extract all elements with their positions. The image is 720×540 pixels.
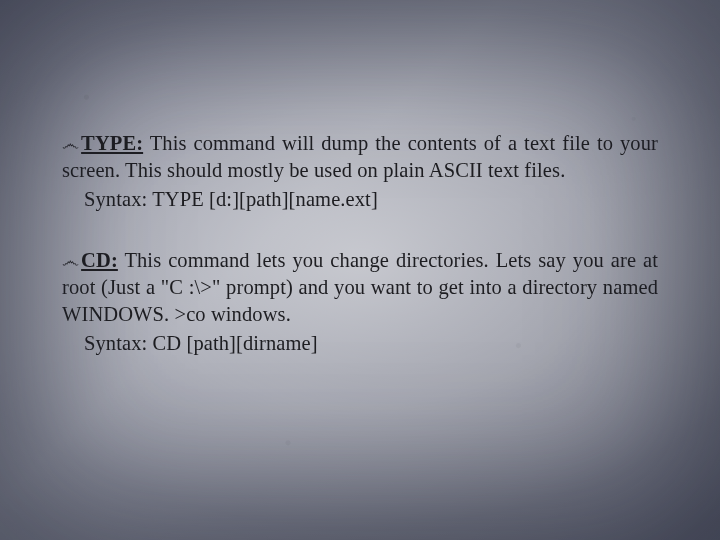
command-name: CD: [81, 249, 118, 271]
command-description: This command will dump the contents of a… [62, 132, 658, 181]
bullet-icon: ෴ [62, 250, 79, 274]
command-description: This command lets you change directories… [62, 249, 658, 325]
slide-body: ෴TYPE: This command will dump the conten… [0, 0, 720, 540]
command-syntax: Syntax: TYPE [d:][path][name.ext] [62, 186, 658, 213]
list-item: ෴TYPE: This command will dump the conten… [62, 130, 658, 213]
bullet-icon: ෴ [62, 133, 79, 157]
list-item: ෴CD: This command lets you change direct… [62, 247, 658, 357]
command-name: TYPE: [81, 132, 143, 154]
command-syntax: Syntax: CD [path][dirname] [62, 330, 658, 357]
